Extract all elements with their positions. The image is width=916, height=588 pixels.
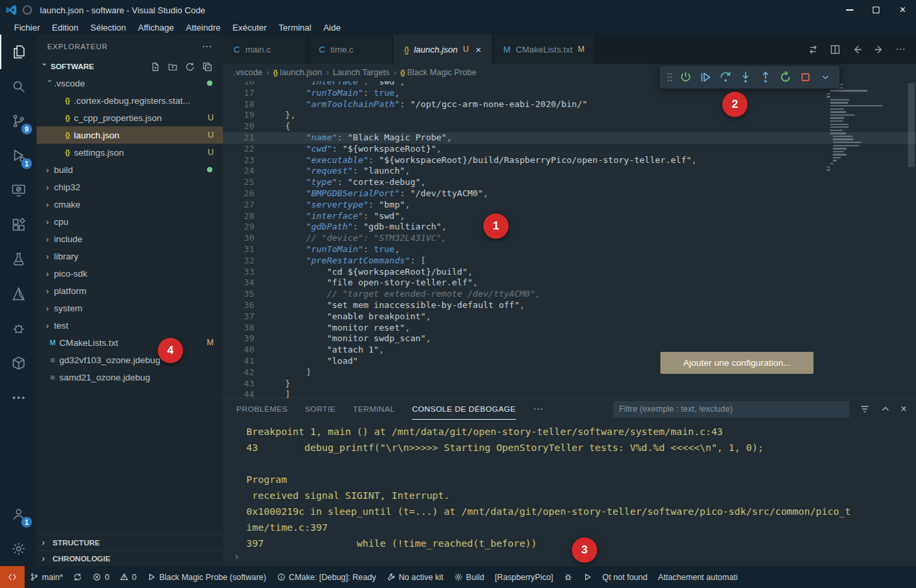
editor-scrollbar[interactable] <box>907 81 916 398</box>
maximize-button[interactable] <box>863 0 889 20</box>
sidebar-more-icon[interactable]: ⋯ <box>202 41 212 53</box>
status-git-branch[interactable]: main* <box>25 566 68 588</box>
status-cmake-kit[interactable]: No active kit <box>381 566 449 588</box>
console-prompt[interactable]: › <box>234 551 240 563</box>
tree-item-cpu[interactable]: ›cpu <box>37 213 223 230</box>
tree-item-gd32vf103-ozone-jdebug[interactable]: ≡gd32vf103_ozone.jdebug <box>37 351 223 368</box>
breadcrumb-item-black-magic-probe[interactable]: {}Black Magic Probe <box>400 68 476 77</box>
close-panel-icon[interactable]: × <box>901 403 907 415</box>
breadcrumb-item-launch-targets[interactable]: Launch Targets <box>333 68 389 77</box>
breadcrumb-item-vscode[interactable]: .vscode <box>234 68 262 77</box>
activity-testing[interactable] <box>0 242 37 277</box>
tab-time-c[interactable]: Ctime.c <box>308 35 393 64</box>
step-out-icon[interactable] <box>757 69 774 86</box>
collapse-all-icon[interactable] <box>202 62 212 72</box>
tab-launch-json[interactable]: {}launch.jsonU× <box>393 35 493 64</box>
maximize-panel-icon[interactable] <box>880 404 891 414</box>
debug-console-filter-input[interactable] <box>613 401 849 418</box>
go-forward-icon[interactable] <box>873 44 885 55</box>
status-cmake-status[interactable]: CMake: [Debug]: Ready <box>272 566 381 588</box>
activity-remote-explorer[interactable] <box>0 173 37 208</box>
tree-item-pico-sdk[interactable]: ›pico-sdk <box>37 265 223 282</box>
activity-run-debug[interactable]: 1 <box>0 138 37 173</box>
refresh-icon[interactable] <box>185 62 195 72</box>
status-errors[interactable]: 0 <box>87 566 114 588</box>
tree-item-launch-json[interactable]: {}launch.jsonU <box>37 126 223 144</box>
step-into-icon[interactable] <box>737 69 754 86</box>
split-editor-icon[interactable] <box>829 44 841 55</box>
menu-edition[interactable]: Edition <box>46 22 85 33</box>
filter-list-icon[interactable] <box>859 404 870 414</box>
breadcrumb-item-launch-json[interactable]: {}launch.json <box>273 68 322 77</box>
panel-tab-probl-mes[interactable]: PROBLÈMES <box>236 398 288 420</box>
tree-item-chip32[interactable]: ›chip32 <box>37 178 223 196</box>
panel-tab-console-de-d-bogage[interactable]: CONSOLE DE DÉBOGAGE <box>412 398 516 420</box>
compare-changes-icon[interactable] <box>807 44 819 55</box>
status-launch-play[interactable] <box>578 566 597 588</box>
activity-account[interactable]: 1 <box>0 497 37 531</box>
tree-item-include[interactable]: ›include <box>37 230 223 247</box>
tree-item-cmakelists-txt[interactable]: MCMakeLists.txtM <box>37 334 223 351</box>
go-back-icon[interactable] <box>851 44 863 55</box>
tree-item-c-cpp-properties-json[interactable]: {}c_cpp_properties.jsonU <box>37 109 223 126</box>
tab-main-c[interactable]: Cmain.c <box>223 35 308 64</box>
status-debug-bug[interactable] <box>559 566 578 588</box>
panel-tab-sortie[interactable]: SORTIE <box>305 398 336 420</box>
close-button[interactable]: × <box>889 0 916 20</box>
menu-s-lection[interactable]: Sélection <box>85 22 132 33</box>
section-timeline[interactable]: › CHRONOLOGIE <box>37 550 223 566</box>
status-sync[interactable] <box>68 566 87 588</box>
menu-affichage[interactable]: Affichage <box>132 22 180 33</box>
status-qt-status[interactable]: Qt not found <box>597 566 653 588</box>
status-warnings[interactable]: 0 <box>114 566 142 588</box>
stop-icon[interactable] <box>797 69 814 86</box>
minimap[interactable] <box>824 84 904 172</box>
new-file-icon[interactable] <box>150 62 160 72</box>
activity-cmake[interactable] <box>0 277 37 311</box>
panel-more-icon[interactable]: ⋯ <box>533 398 543 420</box>
code-editor[interactable]: 16 "interface": "swd",17 "runToMain": tr… <box>223 81 916 398</box>
tab-cmakelists-txt[interactable]: MCMakeLists.txtM <box>493 35 596 64</box>
minimize-button[interactable] <box>836 0 863 20</box>
tree-item-cortex-debug-registers-stat[interactable]: {}.cortex-debug.registers.stat... <box>37 92 223 109</box>
activity-explorer[interactable] <box>0 35 37 69</box>
activity-extensions[interactable] <box>0 208 37 242</box>
menu-atteindre[interactable]: Atteindre <box>180 22 226 33</box>
editor-more-icon[interactable]: ⋯ <box>895 43 905 55</box>
activity-settings[interactable] <box>0 531 37 566</box>
add-configuration-button[interactable]: Ajouter une configuration... <box>660 352 813 374</box>
status-auto-attach[interactable]: Attachement automati <box>653 566 744 588</box>
restart-icon[interactable] <box>777 69 794 86</box>
activity-search[interactable] <box>0 69 37 104</box>
status-debug-config[interactable]: Black Magic Probe (software) <box>142 566 272 588</box>
menu-fichier[interactable]: Fichier <box>8 22 46 33</box>
menu-terminal[interactable]: Terminal <box>273 22 318 33</box>
tree-item-system[interactable]: ›system <box>37 299 223 317</box>
tree-item-vscode[interactable]: ›.vscode <box>37 74 223 92</box>
menu-ex-cuter[interactable]: Exécuter <box>226 22 272 33</box>
tree-item-test[interactable]: ›test <box>37 317 223 334</box>
workspace-section-header[interactable]: › SOFTWARE <box>37 59 223 74</box>
panel-tab-terminal[interactable]: TERMINAL <box>353 398 395 420</box>
chevron-down-icon[interactable] <box>817 69 834 86</box>
status-remote-indicator[interactable] <box>0 566 25 588</box>
section-structure[interactable]: › STRUCTURE <box>37 534 223 550</box>
step-over-icon[interactable] <box>717 69 734 86</box>
status-cmake-build[interactable]: Build <box>449 566 489 588</box>
tree-item-library[interactable]: ›library <box>37 247 223 265</box>
tree-item-settings-json[interactable]: {}settings.jsonU <box>37 144 223 161</box>
tree-item-build[interactable]: ›build <box>37 161 223 178</box>
tree-item-platform[interactable]: ›platform <box>37 282 223 299</box>
new-folder-icon[interactable] <box>168 62 178 72</box>
activity-source-control[interactable]: 9 <box>0 104 37 138</box>
menu-aide[interactable]: Aide <box>318 22 347 33</box>
close-tab-icon[interactable]: × <box>475 44 481 55</box>
activity-more[interactable] <box>0 380 37 415</box>
power-icon[interactable] <box>677 69 694 86</box>
activity-package[interactable] <box>0 346 37 380</box>
activity-debug-console[interactable] <box>0 311 37 346</box>
tree-item-samd21-ozone-jdebug[interactable]: ≡samd21_ozone.jdebug <box>37 368 223 386</box>
continue-icon[interactable] <box>697 69 714 86</box>
status-cmake-target[interactable]: [RaspberryPico] <box>489 566 558 588</box>
tree-item-cmake[interactable]: ›cmake <box>37 196 223 213</box>
